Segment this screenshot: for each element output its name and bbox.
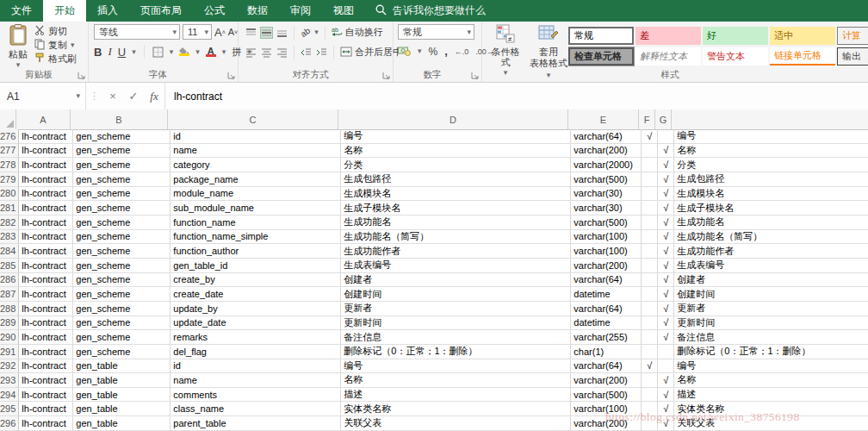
cell-table-name[interactable]: gen_scheme xyxy=(73,230,170,245)
row-number[interactable]: 277 xyxy=(0,144,19,159)
cell-project[interactable]: lh-contract xyxy=(19,158,73,172)
cell-table-name[interactable]: gen_table xyxy=(73,359,170,374)
cell-table-name[interactable]: gen_table xyxy=(73,402,170,416)
italic-button[interactable]: I xyxy=(108,45,111,59)
cell-project[interactable]: lh-contract xyxy=(19,216,73,230)
cell-table-name[interactable]: gen_scheme xyxy=(73,144,170,159)
paste-button[interactable]: 粘贴 ▾ xyxy=(4,24,32,68)
cell-field-type[interactable]: varchar(30) xyxy=(571,201,642,216)
cell-style-neutral[interactable]: 适中 xyxy=(770,27,835,45)
cell-field-type[interactable]: datetime xyxy=(571,316,642,331)
tab-插入[interactable]: 插入 xyxy=(86,0,129,22)
cell-project[interactable]: lh-contract xyxy=(19,316,73,331)
row-number[interactable]: 286 xyxy=(0,273,19,288)
font-name-select[interactable]: 等线 ▾ xyxy=(94,24,180,40)
row-number[interactable]: 289 xyxy=(0,316,19,331)
row-number[interactable]: 296 xyxy=(0,416,19,431)
cell-project[interactable]: lh-contract xyxy=(19,172,73,187)
cell-field-desc-2[interactable]: 关联父表 xyxy=(674,416,868,431)
tab-开始[interactable]: 开始 xyxy=(43,0,86,22)
cell-field-desc[interactable]: 生成模块名 xyxy=(341,187,571,202)
cell-field-desc[interactable]: 名称 xyxy=(341,144,571,159)
column-header-c[interactable]: C xyxy=(168,109,338,129)
cell-pk-flag[interactable] xyxy=(642,144,658,159)
cell-null-flag[interactable]: √ xyxy=(658,158,674,172)
cell-null-flag[interactable]: √ xyxy=(658,273,674,288)
cell-field-name[interactable]: module_name xyxy=(170,187,341,202)
alignment-dialog-launcher-icon[interactable] xyxy=(382,72,390,79)
cell-null-flag[interactable] xyxy=(658,345,674,359)
row-number[interactable]: 278 xyxy=(0,158,19,172)
column-header-d[interactable]: D xyxy=(338,109,568,129)
cell-field-type[interactable]: varchar(2000) xyxy=(571,158,642,172)
cell-null-flag[interactable]: √ xyxy=(658,230,674,245)
insert-function-button[interactable]: fx xyxy=(144,83,164,109)
cell-field-desc[interactable]: 生成功能名（简写） xyxy=(341,230,571,245)
cell-field-desc[interactable]: 描述 xyxy=(341,388,571,403)
cell-field-desc[interactable]: 生成包路径 xyxy=(341,172,571,187)
cell-field-desc[interactable]: 更新者 xyxy=(341,302,571,316)
cell-field-desc[interactable]: 分类 xyxy=(341,158,571,172)
select-all-button[interactable] xyxy=(0,109,16,129)
cell-field-desc[interactable]: 生成表编号 xyxy=(341,259,571,273)
cell-table-name[interactable]: gen_table xyxy=(73,373,170,388)
cell-pk-flag[interactable] xyxy=(642,373,658,388)
row-number[interactable]: 288 xyxy=(0,302,19,316)
cell-field-type[interactable]: varchar(500) xyxy=(571,172,642,187)
cell-null-flag[interactable]: √ xyxy=(658,201,674,216)
fill-color-button[interactable] xyxy=(179,47,189,56)
cell-table-name[interactable]: gen_scheme xyxy=(73,244,170,259)
cell-field-type[interactable]: datetime xyxy=(571,287,642,302)
cell-field-name[interactable]: update_by xyxy=(170,302,341,316)
number-format-select[interactable]: 常规 ▾ xyxy=(398,24,474,40)
cell-field-type[interactable]: varchar(100) xyxy=(571,230,642,245)
cell-field-desc-2[interactable]: 生成功能名（简写） xyxy=(674,230,868,245)
cell-null-flag[interactable]: √ xyxy=(658,330,674,345)
cell-project[interactable]: lh-contract xyxy=(19,201,73,216)
cell-table-name[interactable]: gen_scheme xyxy=(73,330,170,345)
comma-style-button[interactable]: , xyxy=(444,45,448,58)
cell-field-desc-2[interactable]: 生成功能作者 xyxy=(674,244,868,259)
column-header-a[interactable]: A xyxy=(16,109,71,129)
cell-field-type[interactable]: varchar(100) xyxy=(571,244,642,259)
clipboard-dialog-launcher-icon[interactable] xyxy=(78,72,85,79)
cell-table-name[interactable]: gen_scheme xyxy=(73,172,170,187)
cell-field-type[interactable]: varchar(64) xyxy=(571,359,642,374)
cell-field-type[interactable]: varchar(200) xyxy=(571,259,642,273)
cell-table-name[interactable]: gen_table xyxy=(73,416,170,431)
percent-style-button[interactable]: % xyxy=(429,46,438,58)
cell-style-calc[interactable]: 计算 xyxy=(837,27,868,45)
paste-dropdown-arrow[interactable]: ▾ xyxy=(16,61,21,69)
row-number[interactable]: 295 xyxy=(0,402,19,416)
cell-field-name[interactable]: package_name xyxy=(170,172,341,187)
cell-null-flag[interactable]: √ xyxy=(658,172,674,187)
borders-dropdown-arrow[interactable]: ▾ xyxy=(170,48,174,56)
align-bottom-button[interactable] xyxy=(276,28,288,38)
cell-table-name[interactable]: gen_scheme xyxy=(73,345,170,359)
row-number[interactable]: 291 xyxy=(0,345,19,359)
row-number[interactable]: 279 xyxy=(0,172,19,187)
cell-field-desc[interactable]: 创建者 xyxy=(341,273,571,288)
cell-style-warning[interactable]: 警告文本 xyxy=(703,47,768,66)
cell-style-bad[interactable]: 差 xyxy=(636,27,701,45)
cell-field-desc[interactable]: 实体类名称 xyxy=(341,402,571,416)
cell-field-desc-2[interactable]: 名称 xyxy=(674,144,868,159)
row-number[interactable]: 290 xyxy=(0,330,19,345)
increase-decimal-button[interactable]: ←.0 xyxy=(455,47,469,56)
cell-field-desc-2[interactable]: 分类 xyxy=(674,158,868,172)
name-box[interactable]: A1 ▾ xyxy=(0,83,86,109)
cell-field-type[interactable]: varchar(64) xyxy=(571,129,642,144)
increase-indent-button[interactable] xyxy=(316,47,327,58)
cell-pk-flag[interactable] xyxy=(642,158,658,172)
copy-button[interactable]: 复制 ▾ xyxy=(34,39,77,51)
cell-table-name[interactable]: gen_scheme xyxy=(73,273,170,288)
cell-pk-flag[interactable] xyxy=(642,302,658,316)
cell-project[interactable]: lh-contract xyxy=(19,187,73,202)
cell-table-name[interactable]: gen_scheme xyxy=(73,302,170,316)
cell-style-good[interactable]: 好 xyxy=(703,27,768,45)
cell-field-name[interactable]: function_name_simple xyxy=(170,230,341,245)
cell-pk-flag[interactable] xyxy=(642,201,658,216)
cell-pk-flag[interactable] xyxy=(642,287,658,302)
cell-style-linked[interactable]: 链接单元格 xyxy=(770,47,835,66)
cell-field-desc-2[interactable]: 更新者 xyxy=(674,302,868,316)
